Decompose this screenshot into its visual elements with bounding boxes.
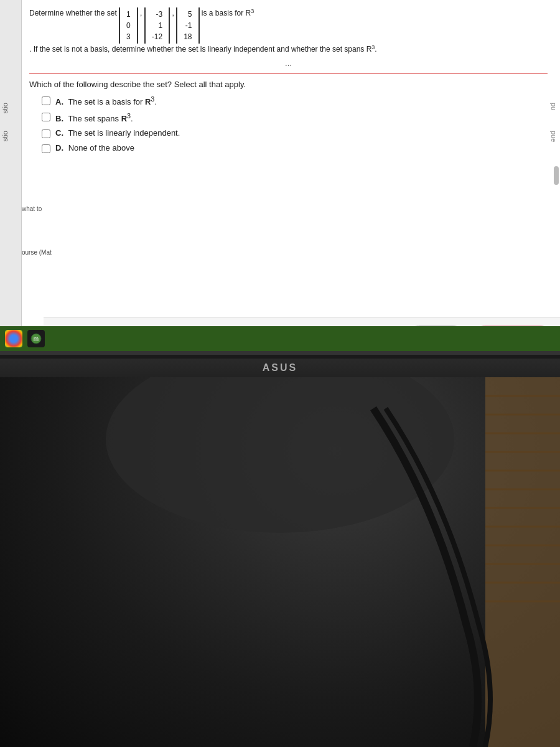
options-container: A. The set is a basis for R3. B. The set… [42,95,548,153]
svg-text:m: m [34,336,39,342]
other-icon[interactable]: m [27,330,45,347]
course-label: ourse (Mat [22,249,52,256]
option-c-text: The set is linearly independent. [68,128,180,138]
screen-area: stio stio Determine whether the set 1 0 … [0,0,560,355]
dark-area [0,377,560,747]
option-d-text: None of the above [68,143,134,153]
room-decoration [0,377,560,747]
question-text: Which of the following describe the set?… [29,80,548,89]
option-b-label[interactable]: B. The set spans R3. [55,111,133,123]
ellipsis: ... [29,59,548,68]
what-to-area: what to Start [22,205,42,212]
option-c-label[interactable]: C. The set is linearly independent. [55,128,180,138]
checkbox-a[interactable] [42,96,50,105]
right-label-bottom: pue [550,131,558,142]
option-a-label[interactable]: A. The set is a basis for R3. [55,95,157,106]
r-label: R [246,7,251,19]
option-a-text: The set is a basis for R3. [68,97,157,106]
option-c: C. The set is linearly independent. [42,128,548,138]
r-superscript: 3 [251,7,254,16]
option-b: B. The set spans R3. [42,111,548,123]
content-panel: Determine whether the set 1 0 3 , -3 1 -… [22,0,560,351]
intro-text: Determine whether the set [29,7,117,19]
sidebar-left: stio stio [0,0,22,351]
brand-logo: ASUS [263,362,297,374]
problem-header: Determine whether the set 1 0 3 , -3 1 -… [29,7,548,55]
rest-text: . If the set is not a basis, determine w… [29,44,364,55]
option-c-id: C. [55,128,63,138]
checkbox-d[interactable] [42,144,50,153]
chrome-icon[interactable] [5,330,22,347]
option-b-text: The set spans R3. [68,114,133,123]
checkbox-b[interactable] [42,113,50,121]
sidebar-stio-top: stio [1,103,9,113]
right-label-top: pu [550,103,558,110]
what-to-label: what to [22,205,42,212]
spans-r: R [366,44,372,55]
option-d: D. None of the above [42,143,548,153]
sidebar-stio-bottom: stio [1,131,9,141]
matrix-1: 1 0 3 [119,7,138,44]
taskbar: m [0,326,560,351]
option-d-label[interactable]: D. None of the above [55,143,134,153]
spans-period: . [375,44,376,55]
option-d-id: D. [55,143,63,153]
basis-text: is a basis for [202,7,243,19]
option-b-id: B. [55,114,63,123]
matrix-2: -3 1 -12 [144,7,170,44]
matrix-3: 5 -1 18 [176,7,199,44]
option-a-id: A. [55,97,63,106]
divider [29,73,548,73]
option-a: A. The set is a basis for R3. [42,95,548,106]
monitor-bezel: ASUS [0,359,560,377]
scrollbar[interactable] [554,166,559,185]
checkbox-c[interactable] [42,129,50,138]
